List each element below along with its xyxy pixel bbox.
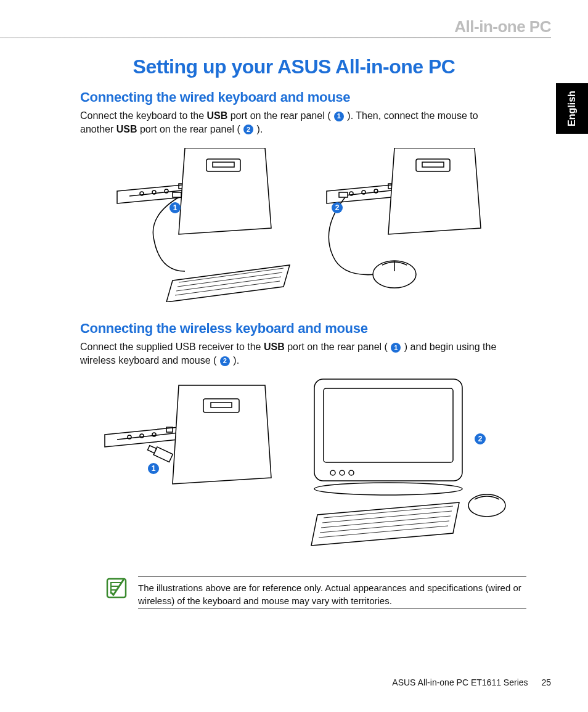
note-body: The illustrations above are for referenc… <box>138 576 526 613</box>
illustration-mouse-icon <box>321 148 499 302</box>
text-fragment: Connect the keyboard to the <box>80 110 206 121</box>
page-footer: ASUS All-in-one PC ET1611 Series 25 <box>392 677 551 687</box>
svg-rect-21 <box>339 192 348 197</box>
svg-point-39 <box>314 483 462 495</box>
step-marker-2: 2 <box>243 125 253 134</box>
svg-rect-8 <box>173 192 181 197</box>
text-fragment: port on the rear panel ( <box>137 124 243 134</box>
section1-paragraph: Connect the keyboard to the USB port on … <box>80 109 514 136</box>
text-bold-usb: USB <box>264 342 285 352</box>
section2-figures: 1 <box>99 373 551 558</box>
step-marker-1: 1 <box>391 343 401 353</box>
step-marker-1: 1 <box>334 112 344 121</box>
text-fragment: Connect the supplied USB receiver to the <box>80 342 264 352</box>
section2-heading: Connecting the wireless keyboard and mou… <box>80 321 551 337</box>
figure-mouse-connection: 2 <box>321 148 499 302</box>
section2-paragraph: Connect the supplied USB receiver to the… <box>80 340 514 367</box>
svg-rect-33 <box>147 446 156 453</box>
illustration-usb-receiver-icon <box>99 373 284 527</box>
footer-product: ASUS All-in-one PC ET1611 Series <box>392 677 528 687</box>
text-fragment: ). <box>231 355 239 366</box>
svg-rect-35 <box>324 388 453 462</box>
page-title: Setting up your ASUS All-in-one PC <box>37 55 551 78</box>
note-text: The illustrations above are for referenc… <box>138 581 526 608</box>
figure-keyboard-connection: 1 <box>111 148 296 302</box>
note-rule-top <box>138 576 526 577</box>
section1-figures: 1 2 <box>111 148 551 302</box>
figure-wireless-setup: 2 <box>290 373 512 558</box>
note-icon <box>105 576 129 604</box>
text-bold-usb: USB <box>206 110 227 121</box>
text-fragment: ). <box>254 124 263 134</box>
section1-heading: Connecting the wired keyboard and mouse <box>80 89 551 105</box>
illustration-wireless-setup-icon <box>290 373 512 558</box>
header-rule <box>0 37 551 38</box>
text-fragment: port on the rear panel ( <box>227 110 333 121</box>
language-label: English <box>566 91 578 126</box>
figure-usb-receiver: 1 <box>99 373 284 558</box>
text-fragment: port on the rear panel ( <box>285 342 391 352</box>
step-marker-2: 2 <box>220 356 230 366</box>
language-tab: English <box>556 83 588 134</box>
header-brand: All-in-one PC <box>454 17 551 36</box>
note-block: The illustrations above are for referenc… <box>105 576 526 613</box>
note-rule-bottom <box>138 608 526 609</box>
text-bold-usb: USB <box>116 124 137 134</box>
manual-page: All-in-one PC English Setting up your AS… <box>0 0 588 712</box>
svg-point-45 <box>468 494 505 517</box>
illustration-keyboard-icon <box>111 148 296 302</box>
footer-page-number: 25 <box>541 677 551 687</box>
